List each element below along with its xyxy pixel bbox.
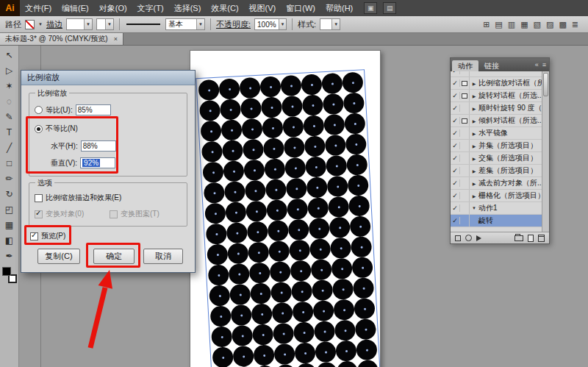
- circle-pattern[interactable]: [198, 71, 379, 367]
- recolor-artwork-icon[interactable]: ▩: [559, 20, 566, 29]
- action-row-10[interactable]: ✓▶栅格化（所选项目）: [451, 190, 542, 202]
- nonuniform-radio[interactable]: [35, 125, 43, 133]
- control-panel-menu-icon[interactable]: ≣: [572, 20, 578, 29]
- pathfinder-icon[interactable]: ▦: [520, 20, 528, 29]
- action-row-1[interactable]: ✓▶比例缩放对话框（所...: [451, 77, 542, 90]
- dialog-toggle-empty[interactable]: [460, 202, 470, 214]
- preview-checkbox[interactable]: [30, 232, 38, 240]
- panel-menu-icon[interactable]: ≡: [542, 61, 546, 68]
- magic-wand-tool[interactable]: ✶: [2, 79, 17, 93]
- action-row-3[interactable]: ✓▶顺时针旋转 90 度（...: [451, 102, 542, 115]
- dialog-toggle-empty[interactable]: [460, 215, 470, 227]
- scale-tool[interactable]: ◰: [2, 202, 17, 216]
- vertical-scale-input[interactable]: 92%: [80, 157, 115, 168]
- begin-recording-icon[interactable]: [465, 235, 472, 241]
- dialog-toggle-empty[interactable]: [460, 190, 470, 202]
- expand-triangle-icon[interactable]: ▶: [470, 156, 478, 161]
- action-row-12[interactable]: ✓▶旋转: [451, 215, 542, 227]
- eyedropper-tool[interactable]: ✒: [2, 249, 17, 263]
- menu-item-7[interactable]: 窗口(W): [281, 0, 320, 16]
- new-action-icon[interactable]: [528, 235, 534, 242]
- menu-item-0[interactable]: 文件(F): [20, 0, 57, 16]
- expand-triangle-icon[interactable]: ▶: [470, 118, 478, 124]
- item-check-icon[interactable]: ✓: [451, 71, 460, 74]
- fill-dropdown-arrow-icon[interactable]: ▼: [38, 22, 43, 26]
- shape-mode-icon[interactable]: ▧: [534, 20, 541, 29]
- item-check-icon[interactable]: ✓: [451, 92, 460, 99]
- uniform-radio[interactable]: [35, 106, 43, 114]
- expand-triangle-icon[interactable]: ▶: [470, 131, 478, 136]
- distribute-icon[interactable]: ▥: [508, 20, 515, 29]
- line-tool[interactable]: ╱: [2, 140, 17, 154]
- action-row-7[interactable]: ✓▶交集（所选项目）: [451, 152, 542, 165]
- action-row-9[interactable]: ✓▶减去前方对象（所...: [451, 177, 542, 190]
- expand-triangle-icon[interactable]: ▶: [470, 168, 478, 174]
- item-check-icon[interactable]: ✓: [451, 167, 460, 174]
- transform-icon[interactable]: ⊞: [483, 20, 490, 29]
- dialog-toggle-icon[interactable]: [460, 115, 470, 127]
- horizontal-scale-input[interactable]: 88%: [81, 140, 116, 152]
- expand-triangle-icon[interactable]: ▼: [470, 206, 478, 210]
- style-dropdown[interactable]: ▼: [320, 18, 340, 30]
- menu-item-4[interactable]: 选择(S): [169, 0, 207, 16]
- fill-color-swatch[interactable]: [25, 20, 35, 29]
- stroke-weight-dropdown[interactable]: ▼: [66, 18, 93, 30]
- menu-item-3[interactable]: 文字(T): [132, 0, 169, 16]
- stroke-link[interactable]: 描边: [46, 19, 62, 30]
- cancel-button[interactable]: 取消: [143, 249, 183, 264]
- brush-definition-dropdown[interactable]: 基本 ▼: [165, 18, 205, 30]
- expand-triangle-icon[interactable]: ▶: [470, 81, 478, 86]
- align-icon[interactable]: ▤: [495, 20, 502, 29]
- tab-actions[interactable]: 动作: [452, 60, 478, 71]
- type-tool[interactable]: T: [2, 125, 17, 139]
- pen-tool[interactable]: ✎: [2, 110, 17, 124]
- copy-button[interactable]: 复制(C): [37, 249, 80, 264]
- item-check-icon[interactable]: ✓: [451, 192, 460, 199]
- chevron-down-icon[interactable]: ▼: [331, 19, 340, 29]
- action-row-5[interactable]: ✓▶水平镜像: [451, 127, 542, 140]
- expand-triangle-icon[interactable]: ▶: [470, 218, 478, 224]
- tab-links[interactable]: 链接: [478, 60, 505, 71]
- lasso-tool[interactable]: ◌: [2, 94, 17, 108]
- chevron-down-icon[interactable]: ▼: [196, 19, 204, 29]
- action-row-11[interactable]: ✓▼动作1: [451, 202, 542, 215]
- paintbrush-tool[interactable]: ✏: [2, 171, 17, 185]
- dialog-toggle-empty[interactable]: [460, 177, 470, 189]
- dialog-toggle-empty[interactable]: [460, 165, 470, 177]
- ok-button[interactable]: 确定: [93, 249, 135, 264]
- item-check-icon[interactable]: ✓: [451, 79, 460, 87]
- scrollbar[interactable]: [542, 71, 549, 232]
- direct-selection-tool[interactable]: ▷: [2, 63, 17, 77]
- item-check-icon[interactable]: ✓: [451, 129, 460, 137]
- rectangle-tool[interactable]: □: [2, 156, 17, 170]
- menu-item-6[interactable]: 视图(V): [244, 0, 282, 16]
- expand-triangle-icon[interactable]: ▶: [470, 106, 478, 111]
- dialog-toggle-empty[interactable]: [460, 127, 470, 139]
- menu-item-5[interactable]: 效果(C): [206, 0, 243, 16]
- arrange-documents-icon[interactable]: ▣: [364, 2, 377, 14]
- uniform-scale-input[interactable]: 85%: [76, 104, 111, 115]
- dialog-toggle-empty[interactable]: [460, 152, 470, 164]
- expand-triangle-icon[interactable]: ▶: [470, 143, 478, 149]
- chevron-down-icon[interactable]: ▼: [105, 19, 113, 29]
- dialog-toggle-icon[interactable]: [460, 90, 470, 101]
- menu-item-8[interactable]: 帮助(H): [320, 0, 358, 16]
- item-check-icon[interactable]: ✓: [451, 154, 460, 162]
- item-check-icon[interactable]: ✓: [451, 217, 460, 224]
- delete-icon[interactable]: [538, 235, 545, 242]
- dialog-toggle-empty[interactable]: [460, 140, 470, 152]
- fill-color-swatch[interactable]: [2, 267, 11, 276]
- dialog-toggle-icon[interactable]: [460, 77, 470, 89]
- stop-recording-icon[interactable]: [455, 235, 461, 241]
- color-swatches[interactable]: [2, 267, 17, 283]
- close-icon[interactable]: ×: [114, 35, 118, 43]
- rotate-tool[interactable]: ↻: [2, 187, 17, 201]
- item-check-icon[interactable]: ✓: [451, 104, 460, 112]
- action-row-2[interactable]: ✓▶旋转对话框（所选...: [451, 90, 542, 102]
- expand-triangle-icon[interactable]: ▶: [470, 181, 478, 186]
- opacity-dropdown[interactable]: 100% ▼: [254, 18, 287, 30]
- scrollbar-thumb[interactable]: [543, 73, 548, 96]
- item-check-icon[interactable]: ✓: [451, 142, 460, 149]
- menu-item-1[interactable]: 编辑(E): [57, 0, 94, 16]
- item-check-icon[interactable]: ✓: [451, 179, 460, 187]
